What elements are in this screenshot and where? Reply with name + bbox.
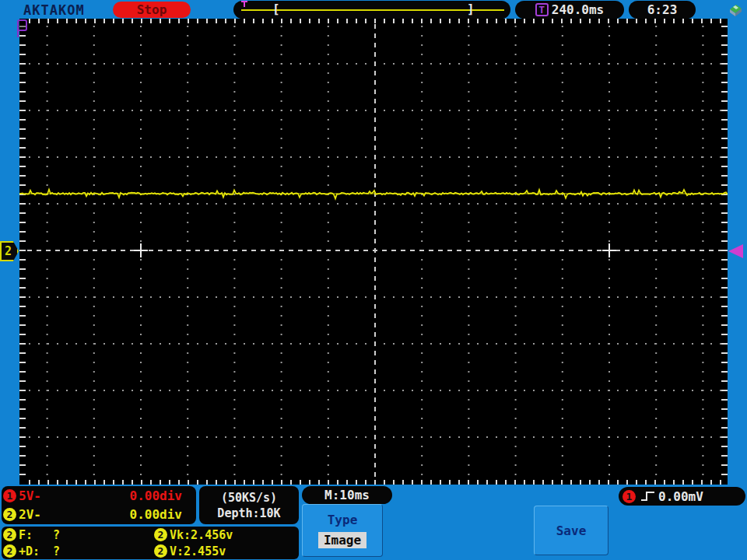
- save-button-label: Save: [556, 523, 587, 538]
- meas-value: ?: [53, 544, 60, 558]
- trigger-source-badge-icon: 1: [622, 490, 636, 503]
- trigger-position-marker-icon: [240, 1, 248, 8]
- waveform-display: [19, 19, 728, 485]
- trigger-horizontal-offset-flag-icon: [17, 19, 27, 31]
- record-window-line: [241, 9, 504, 11]
- usb-device-icon: [727, 2, 744, 18]
- window-right-bracket: ]: [467, 2, 475, 16]
- type-menu-button[interactable]: Type Image: [302, 504, 383, 557]
- clock-badge: 6:23: [629, 1, 696, 19]
- meas-ch-badge-icon: 2: [3, 528, 16, 541]
- acquisition-info-box: (50KS/s) Depth:10K: [199, 486, 299, 524]
- timebase-badge: M:10ms: [302, 486, 392, 504]
- type-menu-label: Type: [328, 513, 358, 527]
- run-state-badge[interactable]: Stop: [113, 2, 191, 18]
- channel-info-box: 1 5V- 0.00div 2 2V- 0.00div: [2, 486, 196, 524]
- measurement-row: 2 +D: ? 2 V:2.455v: [2, 544, 299, 558]
- meas-ch-badge-icon: 2: [3, 544, 16, 558]
- trigger-level-value: 0.00mV: [658, 489, 703, 504]
- ch2-offset: 0.00div: [130, 507, 182, 522]
- ch2-scale: 2V-: [19, 507, 41, 522]
- rising-edge-icon: [640, 490, 656, 502]
- meas-label: V:2.455v: [170, 544, 226, 558]
- ch2-badge-icon: 2: [3, 508, 16, 521]
- measurement-row: 2 F: ? 2 Vk:2.456v: [2, 527, 299, 542]
- ch1-badge-icon: 1: [3, 489, 16, 502]
- trigger-icon: T: [535, 3, 549, 16]
- ch1-scale: 5V-: [19, 488, 41, 503]
- trigger-time-badge: T 240.0ms: [515, 1, 624, 19]
- meas-label: F:: [19, 528, 33, 542]
- save-button[interactable]: Save: [534, 506, 608, 555]
- record-position-bar: [ ]: [233, 1, 510, 19]
- channel2-zero-marker[interactable]: 2: [0, 241, 19, 261]
- trigger-time-value: 240.0ms: [552, 2, 604, 17]
- trigger-level-badge: 1 0.00mV: [619, 487, 745, 506]
- meas-label: Vk:2.456v: [170, 528, 233, 542]
- meas-ch-badge-icon: 2: [154, 544, 167, 558]
- type-selected-option[interactable]: Image: [318, 532, 366, 548]
- meas-value: ?: [53, 528, 60, 542]
- measurements-box: 2 F: ? 2 Vk:2.456v 2 +D: ? 2 V:2.455v: [2, 527, 299, 559]
- memory-depth: Depth:10K: [217, 506, 280, 520]
- brand-logo: AKTAKOM: [23, 2, 85, 18]
- ch1-offset: 0.00div: [130, 488, 182, 503]
- meas-label: +D:: [19, 544, 40, 558]
- meas-ch-badge-icon: 2: [154, 528, 167, 541]
- ch1-info-row: 1 5V- 0.00div: [2, 488, 196, 504]
- trigger-level-arrow-icon[interactable]: [728, 244, 743, 258]
- window-left-bracket: [: [272, 2, 280, 16]
- ch2-info-row: 2 2V- 0.00div: [2, 506, 196, 523]
- sample-rate: (50KS/s): [221, 491, 277, 505]
- scope-display: [19, 19, 728, 485]
